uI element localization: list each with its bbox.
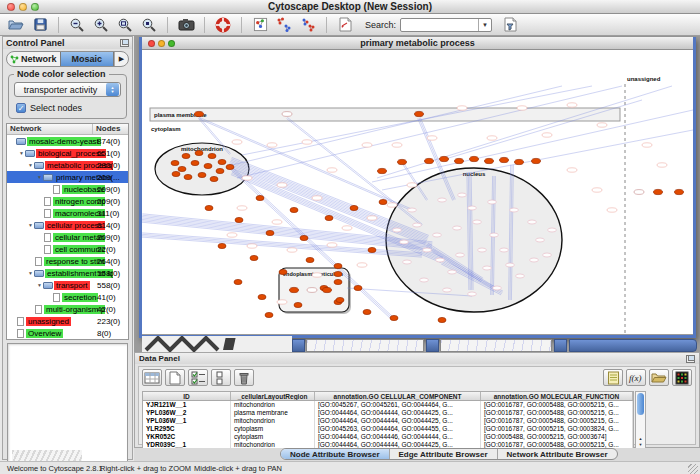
zoom-out-icon[interactable]	[67, 16, 87, 34]
attribute-matrix-icon[interactable]	[672, 369, 692, 386]
open-file-icon[interactable]	[6, 16, 26, 34]
layout-directed-icon[interactable]	[298, 16, 318, 34]
tree-item[interactable]: ▼cellular process614(0)	[7, 219, 128, 231]
network-node[interactable]	[171, 160, 179, 165]
tree-item[interactable]: response to stimul264(0)	[7, 255, 128, 267]
tree-item[interactable]: cell communicat22(0)	[7, 243, 128, 255]
vizmapper-icon[interactable]	[335, 16, 355, 34]
zoom-fit-icon[interactable]	[115, 16, 135, 34]
table-cell[interactable]: [GO:0044464, GO:0044444, GO:0044425, G..…	[315, 409, 481, 417]
network-node[interactable]	[378, 168, 387, 173]
nucleus-node[interactable]	[420, 278, 429, 282]
nucleus-node[interactable]	[473, 220, 482, 224]
nucleus-node[interactable]	[400, 240, 409, 244]
background-window[interactable]	[426, 339, 439, 352]
network-window-titlebar[interactable]: primary metabolic process	[142, 37, 693, 50]
nucleus-node[interactable]	[516, 274, 525, 278]
nucleus-node[interactable]	[403, 260, 412, 264]
network-node[interactable]	[290, 207, 298, 212]
unselect-attribute-list-icon[interactable]	[211, 369, 231, 386]
network-node-white[interactable]	[634, 190, 644, 195]
network-node[interactable]	[336, 297, 344, 302]
nucleus-node[interactable]	[423, 248, 432, 252]
network-node[interactable]	[325, 215, 333, 220]
table-cell[interactable]: [GO:0016787, GO:0005488, GO:0005215, G..…	[481, 417, 633, 425]
nucleus-node[interactable]	[490, 233, 499, 237]
table-column-header[interactable]: _cellularLayoutRegion	[231, 392, 315, 400]
tree-expander-icon[interactable]: ▼	[27, 162, 34, 168]
plasma-membrane-region[interactable]	[150, 108, 620, 121]
tab-node-attribute-browser[interactable]: Node Attribute Browser	[281, 449, 390, 459]
tree-item[interactable]: ▼metabolic process280(0)	[7, 159, 128, 171]
table-cell[interactable]: [GO:0045267, GO:0045261, GO:0044464, G..…	[315, 401, 481, 409]
network-node[interactable]	[532, 158, 541, 163]
tree-item[interactable]: Overview8(0)	[7, 327, 128, 339]
tree-col-nodes[interactable]: Nodes	[93, 124, 128, 134]
network-node[interactable]	[184, 174, 192, 179]
network-node[interactable]	[226, 164, 234, 169]
table-cell[interactable]: YPL036W__2	[143, 409, 231, 417]
table-cell[interactable]: plasma membrane	[231, 409, 315, 417]
nucleus-node[interactable]	[510, 208, 519, 212]
network-node[interactable]	[368, 247, 376, 252]
table-cell[interactable]: cytoplasm	[231, 433, 315, 441]
background-window[interactable]	[569, 339, 697, 352]
tree-item[interactable]: ▼transport558(0)	[7, 279, 128, 291]
scrollbar-thumb[interactable]	[637, 393, 644, 415]
table-row[interactable]: YJR121W__1mitochondrion[GO:0045267, GO:0…	[143, 401, 633, 409]
network-node[interactable]	[266, 230, 274, 235]
network-node-white[interactable]	[307, 288, 317, 293]
network-node[interactable]	[438, 317, 446, 322]
table-cell[interactable]: [GO:0045263, GO:0044464, GO:0044455, G..…	[315, 425, 481, 433]
nucleus-node[interactable]	[500, 248, 509, 252]
network-node[interactable]	[354, 285, 362, 290]
network-node[interactable]	[204, 163, 212, 168]
network-node[interactable]	[500, 157, 509, 162]
network-node[interactable]	[182, 153, 190, 158]
search-dropdown-arrow-icon[interactable]: ▼	[478, 19, 491, 31]
tree-item[interactable]: multi-organism pro42(0)	[7, 303, 128, 315]
nucleus-node[interactable]	[530, 258, 539, 262]
network-node[interactable]	[334, 271, 342, 276]
table-row[interactable]: YLR295Ccytoplasm[GO:0045263, GO:0044464,…	[143, 425, 633, 433]
import-attributes-icon[interactable]	[649, 369, 669, 386]
nucleus-node[interactable]	[543, 253, 552, 257]
network-node[interactable]	[440, 156, 449, 161]
birdseye-view[interactable]	[7, 343, 128, 471]
snapshot-icon[interactable]	[176, 16, 196, 34]
network-node[interactable]	[265, 312, 273, 317]
tree-item[interactable]: nucleobase-209(0)	[7, 183, 128, 195]
nucleus-node[interactable]	[408, 208, 417, 212]
network-node[interactable]	[279, 269, 287, 274]
nucleus-node[interactable]	[443, 288, 452, 292]
table-row[interactable]: YPL036W__1mitochondrion[GO:0044464, GO:0…	[143, 417, 633, 425]
network-node[interactable]	[379, 199, 387, 204]
nucleus-node[interactable]	[548, 228, 557, 232]
network-node[interactable]	[195, 150, 203, 155]
tab-mosaic[interactable]: Mosaic	[60, 52, 115, 66]
nucleus-node[interactable]	[488, 200, 497, 204]
nucleus-node[interactable]	[413, 223, 422, 227]
network-node[interactable]	[334, 279, 342, 284]
select-nodes-checkbox[interactable]: ✓	[16, 103, 26, 113]
tab-edge-attribute-browser[interactable]: Edge Attribute Browser	[390, 449, 498, 459]
tree-expander-icon[interactable]: ▼	[36, 282, 43, 288]
nucleus-node[interactable]	[448, 270, 457, 274]
network-node[interactable]	[205, 205, 213, 210]
network-node[interactable]	[300, 235, 308, 240]
search-input[interactable]: ▼	[400, 18, 492, 32]
background-window[interactable]	[306, 339, 424, 352]
save-session-icon[interactable]	[30, 16, 50, 34]
layout-undirected-icon[interactable]	[274, 16, 294, 34]
nucleus-node[interactable]	[468, 206, 477, 210]
network-node[interactable]	[235, 217, 243, 222]
table-cell[interactable]: [GO:0005488, GO:0005215, GO:0003674]	[481, 433, 633, 441]
network-node[interactable]	[455, 158, 464, 163]
scrollbar-arrows-icon[interactable]: ▲▼	[636, 436, 645, 448]
tree-col-network[interactable]: Network	[7, 124, 93, 134]
network-node[interactable]	[208, 153, 216, 158]
network-node[interactable]	[256, 195, 264, 200]
background-window[interactable]	[440, 339, 552, 352]
tab-overflow-arrow-icon[interactable]: ▶	[114, 52, 128, 66]
tree-expander-icon[interactable]: ▼	[27, 270, 34, 276]
